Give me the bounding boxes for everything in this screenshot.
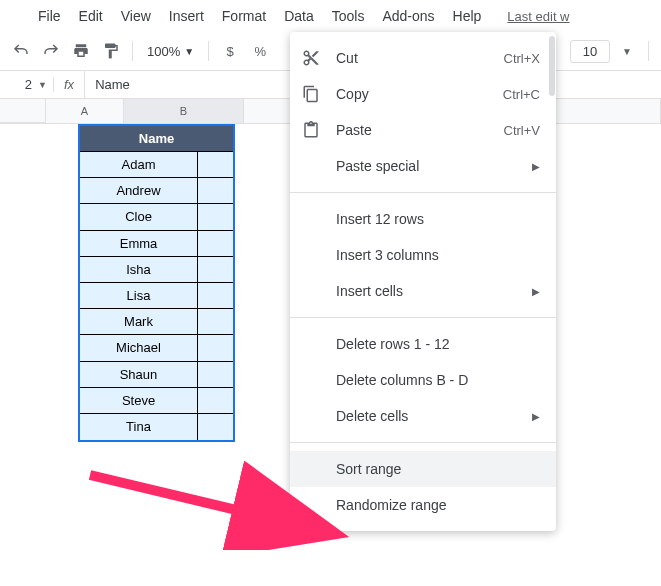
undo-icon[interactable] (8, 38, 34, 64)
menu-label: Paste (326, 122, 504, 138)
cell-empty[interactable] (198, 152, 233, 178)
toolbar-separator (208, 41, 209, 61)
table-header-cell[interactable]: Name (80, 126, 233, 152)
cell-name[interactable]: Shaun (80, 362, 198, 388)
menu-label: Insert 3 columns (302, 247, 540, 263)
cell-empty[interactable] (198, 204, 233, 230)
selected-range[interactable]: Name Adam Andrew Cloe Emma Isha Lisa Mar… (78, 124, 235, 442)
menu-file[interactable]: File (30, 4, 69, 28)
select-all-corner[interactable] (0, 99, 46, 123)
column-header-a[interactable]: A (46, 99, 124, 123)
table-row[interactable]: Mark (80, 309, 233, 335)
zoom-dropdown[interactable]: 100% ▼ (141, 44, 200, 59)
table-row[interactable]: Steve (80, 388, 233, 414)
menu-label: Insert 12 rows (302, 211, 540, 227)
chevron-down-icon: ▼ (38, 80, 47, 90)
menu-label: Randomize range (302, 497, 540, 513)
chevron-down-icon[interactable]: ▼ (614, 46, 640, 57)
menu-insert-cells[interactable]: Insert cells ▶ (290, 273, 556, 309)
scrollbar[interactable] (549, 36, 555, 96)
table-row[interactable]: Isha (80, 257, 233, 283)
menu-randomize-range[interactable]: Randomize range (290, 487, 556, 523)
menu-label: Sort range (302, 461, 540, 477)
paint-format-icon[interactable] (98, 38, 124, 64)
submenu-arrow-icon: ▶ (532, 161, 540, 172)
toolbar-separator (648, 41, 649, 61)
menu-data[interactable]: Data (276, 4, 322, 28)
table-row[interactable]: Tina (80, 414, 233, 440)
menu-label: Delete cells (302, 408, 532, 424)
toolbar-separator (132, 41, 133, 61)
menu-insert-columns[interactable]: Insert 3 columns (290, 237, 556, 273)
column-header-b[interactable]: B (124, 99, 244, 123)
menu-label: Delete columns B - D (302, 372, 540, 388)
cell-empty[interactable] (198, 178, 233, 204)
menu-label: Delete rows 1 - 12 (302, 336, 540, 352)
cell-empty[interactable] (198, 335, 233, 361)
menu-tools[interactable]: Tools (324, 4, 373, 28)
cell-name[interactable]: Steve (80, 388, 198, 414)
cell-empty[interactable] (198, 283, 233, 309)
cell-empty[interactable] (198, 362, 233, 388)
menu-separator (290, 317, 556, 318)
menu-sort-range[interactable]: Sort range (290, 451, 556, 487)
table-row[interactable]: Cloe (80, 204, 233, 230)
menu-addons[interactable]: Add-ons (374, 4, 442, 28)
cell-name[interactable]: Lisa (80, 283, 198, 309)
table-row[interactable]: Andrew (80, 178, 233, 204)
paste-icon (302, 121, 326, 139)
cell-empty[interactable] (198, 309, 233, 335)
cell-empty[interactable] (198, 231, 233, 257)
cell-name[interactable]: Mark (80, 309, 198, 335)
context-menu: Cut Ctrl+X Copy Ctrl+C Paste Ctrl+V Past… (290, 32, 556, 531)
cell-name[interactable]: Cloe (80, 204, 198, 230)
cell-empty[interactable] (198, 414, 233, 440)
cell-name[interactable]: Isha (80, 257, 198, 283)
table-row[interactable]: Michael (80, 335, 233, 361)
table-row[interactable]: Emma (80, 231, 233, 257)
menu-copy[interactable]: Copy Ctrl+C (290, 76, 556, 112)
cell-empty[interactable] (198, 257, 233, 283)
submenu-arrow-icon: ▶ (532, 286, 540, 297)
chevron-down-icon: ▼ (184, 46, 194, 57)
menu-paste[interactable]: Paste Ctrl+V (290, 112, 556, 148)
menu-insert[interactable]: Insert (161, 4, 212, 28)
menu-label: Insert cells (302, 283, 532, 299)
menu-format[interactable]: Format (214, 4, 274, 28)
currency-button[interactable]: $ (217, 38, 243, 64)
svg-line-0 (90, 475, 320, 530)
cell-name[interactable]: Emma (80, 231, 198, 257)
table-row[interactable]: Adam (80, 152, 233, 178)
menu-shortcut: Ctrl+V (504, 123, 540, 138)
cell-name[interactable]: Andrew (80, 178, 198, 204)
last-edit-link[interactable]: Last edit w (507, 9, 569, 24)
menu-label: Paste special (302, 158, 532, 174)
font-size-input[interactable]: 10 (570, 40, 610, 63)
menu-insert-rows[interactable]: Insert 12 rows (290, 201, 556, 237)
menu-delete-cells[interactable]: Delete cells ▶ (290, 398, 556, 434)
name-box[interactable]: 2 ▼ (0, 77, 54, 92)
cell-name[interactable]: Tina (80, 414, 198, 440)
copy-icon (302, 85, 326, 103)
menu-edit[interactable]: Edit (71, 4, 111, 28)
zoom-value: 100% (147, 44, 180, 59)
menu-view[interactable]: View (113, 4, 159, 28)
menu-label: Cut (326, 50, 504, 66)
table-row[interactable]: Shaun (80, 362, 233, 388)
menu-separator (290, 442, 556, 443)
menu-separator (290, 192, 556, 193)
menu-cut[interactable]: Cut Ctrl+X (290, 40, 556, 76)
fx-label: fx (54, 71, 85, 98)
print-icon[interactable] (68, 38, 94, 64)
table-row[interactable]: Lisa (80, 283, 233, 309)
menu-delete-rows[interactable]: Delete rows 1 - 12 (290, 326, 556, 362)
cell-name[interactable]: Michael (80, 335, 198, 361)
menu-paste-special[interactable]: Paste special ▶ (290, 148, 556, 184)
redo-icon[interactable] (38, 38, 64, 64)
cell-name[interactable]: Adam (80, 152, 198, 178)
cut-icon (302, 49, 326, 67)
percent-button[interactable]: % (247, 38, 273, 64)
menu-delete-columns[interactable]: Delete columns B - D (290, 362, 556, 398)
cell-empty[interactable] (198, 388, 233, 414)
menu-help[interactable]: Help (445, 4, 490, 28)
